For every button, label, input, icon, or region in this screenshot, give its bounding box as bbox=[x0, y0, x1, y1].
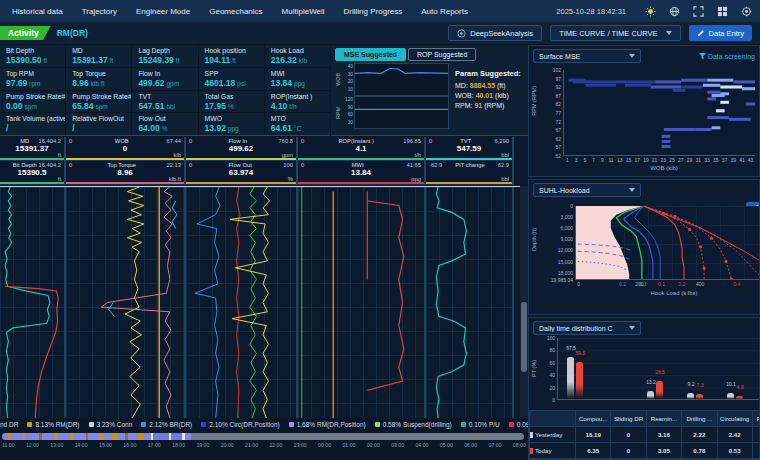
legend-label: 3.23% Conn bbox=[97, 421, 133, 428]
tab-rop-suggested[interactable]: ROP Suggested bbox=[408, 48, 476, 61]
mini-line-chart bbox=[355, 97, 448, 128]
datetime: 2025-10-28 18:42:31 bbox=[556, 7, 626, 16]
legend-item[interactable]: 2.12% BR(DR) bbox=[141, 421, 192, 428]
legend-item[interactable]: 0.58% Suspend(drilling) bbox=[375, 421, 452, 428]
table-header-cell: Reamin... bbox=[752, 411, 760, 427]
table-header-cell: Drilling ... bbox=[682, 411, 717, 427]
nav-item-engineer-mode[interactable]: Engineer Mode bbox=[136, 7, 190, 16]
legend-item[interactable]: 0.09% P/D bbox=[509, 421, 528, 428]
curve-min: 0 bbox=[69, 162, 77, 168]
timeline-strip[interactable] bbox=[2, 433, 524, 440]
tab-rm-dr[interactable]: RM(DR) bbox=[57, 28, 88, 38]
nav-item-auto-reports[interactable]: Auto Reports bbox=[421, 7, 468, 16]
time-label: 21:00 bbox=[245, 442, 258, 448]
curve-min: 0 bbox=[189, 162, 197, 168]
nav-item-historical-data[interactable]: Historical data bbox=[12, 7, 63, 16]
daily-distribution-select[interactable]: Daily time distribution C bbox=[533, 321, 641, 335]
fullscreen-icon[interactable] bbox=[693, 6, 704, 17]
metric-value: 13.92ppg bbox=[205, 123, 264, 133]
time-label: 01:00 bbox=[342, 442, 355, 448]
track-curve-header[interactable]: -62.9PIT change62.9bbl bbox=[426, 161, 512, 185]
track-curve-header[interactable]: 0Flow In760.8499.62gpm bbox=[186, 137, 296, 161]
metric-cell: MWI13.84ppg bbox=[265, 68, 330, 90]
metric-unit: % bbox=[228, 103, 234, 110]
track-curve-header[interactable]: 0Top Torque22.138.96klb.ft bbox=[66, 161, 184, 185]
sub-toolbar: Activity RM(DR) DeepSeekAnalysis TIME CU… bbox=[0, 22, 760, 45]
legend-item[interactable]: 1.68% RM(DR,Position) bbox=[289, 421, 366, 428]
y-tick-label: 60 bbox=[549, 360, 555, 366]
legend-item[interactable]: 0.10% P/U bbox=[461, 421, 500, 428]
x-tick-label: 35 bbox=[713, 157, 719, 163]
curve-color-line bbox=[186, 158, 296, 160]
nav-item-multiplewell[interactable]: MultipleWell bbox=[282, 7, 325, 16]
metric-cell: Hook Load216.32klb bbox=[265, 45, 330, 67]
track-scale-row: Bit Depth16,404.2 bbox=[0, 161, 64, 168]
x-tick-label: 41 bbox=[739, 157, 745, 163]
track-curve-header[interactable]: 0Flow Out10063.974% bbox=[186, 161, 296, 185]
curve-max: 760.8 bbox=[278, 138, 293, 144]
nav-right: 2025-10-28 18:42:31 bbox=[556, 6, 752, 17]
curve-type-select[interactable]: TIME CURVE / TIME CURVE bbox=[550, 25, 680, 41]
legend-item[interactable]: 3.23% Conn bbox=[89, 421, 133, 428]
track-scale-row: MD16,404.2 bbox=[0, 137, 64, 144]
tab-activity[interactable]: Activity bbox=[0, 26, 51, 40]
daily-table: Compou...Sliding DRReamin...Drilling ...… bbox=[529, 410, 760, 459]
track-scale-row: 0Flow In760.8 bbox=[186, 137, 296, 144]
hookload-y-axis-label: Depth (ft) bbox=[531, 228, 537, 251]
data-entry-button[interactable]: Data Entry bbox=[689, 25, 752, 41]
track-curve-header[interactable]: 0TVT6,290547.59bbl bbox=[426, 137, 512, 161]
nav-item-drilling-progress[interactable]: Drilling Progress bbox=[344, 7, 403, 16]
deepseek-analysis-button[interactable]: DeepSeekAnalysis bbox=[448, 25, 542, 41]
globe-icon[interactable] bbox=[669, 6, 680, 17]
legend-label: 8.13% RM(DR) bbox=[35, 421, 79, 428]
track-scale-row: 0WOB67.44 bbox=[66, 137, 184, 144]
tick-label: 30 bbox=[348, 120, 353, 125]
bar-today bbox=[576, 362, 583, 399]
track-curve-header[interactable]: MD16,404.215391.37ft bbox=[0, 137, 64, 161]
track-charts bbox=[0, 186, 520, 418]
curve-min: 0 bbox=[301, 138, 309, 144]
daily-y-ticks: 100806040200 bbox=[541, 338, 555, 400]
legend-item[interactable]: 2.10% Circ(DR,Position) bbox=[201, 421, 279, 428]
track-curve-header[interactable]: Bit Depth16,404.215390.5ft bbox=[0, 161, 64, 185]
sun-icon[interactable] bbox=[645, 6, 656, 17]
nav-item-geomechanics[interactable]: Geomechanics bbox=[209, 7, 262, 16]
legend-item[interactable]: nd DR bbox=[0, 421, 18, 428]
bar-value-label: 13.2 bbox=[646, 379, 656, 385]
toolbar-buttons: DeepSeekAnalysis TIME CURVE / TIME CURVE… bbox=[448, 25, 752, 41]
legend-item[interactable]: 8.13% RM(DR) bbox=[27, 421, 79, 428]
curve-min: 0 bbox=[189, 138, 197, 144]
tracks-scrollbar[interactable] bbox=[520, 186, 528, 418]
track-curve-header[interactable]: 0WOB67.440klb bbox=[66, 137, 184, 161]
param-suggested-title: Param Suggested: bbox=[455, 69, 528, 78]
nav-item-trajectory[interactable]: Trajectory bbox=[82, 7, 117, 16]
track-curve-header[interactable]: 0ROP(Instant )196.854.1t/h bbox=[298, 137, 424, 161]
metric-value: 216.32klb bbox=[271, 55, 330, 65]
bar-value-label: 9.2 bbox=[688, 381, 695, 387]
scrollbar-thumb[interactable] bbox=[521, 302, 527, 372]
deepseek-icon bbox=[457, 29, 466, 38]
time-label: 05:00 bbox=[440, 442, 453, 448]
track-header-column: 0TVT6,290547.59bbl-62.9PIT change62.9bbl bbox=[426, 137, 514, 185]
y-tick-label: 0 bbox=[570, 203, 573, 209]
deepseek-label: DeepSeekAnalysis bbox=[470, 29, 533, 38]
timeline-segment bbox=[88, 433, 98, 440]
metric-value: 547.51bbl bbox=[138, 101, 197, 111]
metric-value: 8.96klb.ft bbox=[72, 78, 131, 88]
mini-chart-plot bbox=[354, 96, 449, 129]
curve-value: 8.96 bbox=[66, 168, 184, 178]
tab-mse-suggested[interactable]: MSE Suggested bbox=[335, 48, 406, 61]
data-screening-link[interactable]: Data screening bbox=[699, 53, 755, 60]
grid-layout-icon[interactable] bbox=[717, 6, 728, 17]
settings-gear-icon[interactable] bbox=[741, 6, 752, 17]
metric-cell: Lag Depth15249.39ft bbox=[132, 45, 197, 67]
bar-value-label: 4.9 bbox=[737, 384, 744, 390]
metric-label: MD bbox=[72, 47, 131, 54]
time-label: 13:00 bbox=[50, 442, 63, 448]
time-label: 16:00 bbox=[123, 442, 136, 448]
hookload-select[interactable]: SUHL-Hookload bbox=[533, 183, 641, 197]
x-tick-label: 3 bbox=[575, 157, 578, 163]
table-row: Today6.3503.050.780.530 bbox=[530, 443, 760, 459]
surface-mse-select[interactable]: Surface MSE bbox=[533, 49, 641, 63]
track-curve-header[interactable]: 0MWI41.6513.84ppg bbox=[298, 161, 424, 185]
